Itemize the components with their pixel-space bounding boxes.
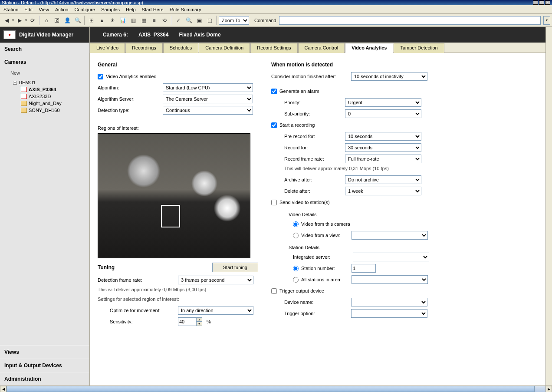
generate-alarm-checkbox[interactable] <box>271 89 277 94</box>
tab-recordings[interactable]: Recordings <box>125 43 163 53</box>
alert-icon[interactable]: ▲ <box>97 16 107 25</box>
menu-action[interactable]: Action <box>53 6 71 13</box>
video-preview[interactable] <box>98 133 250 258</box>
tuning-title: Tuning <box>98 264 115 270</box>
tab-video-analytics[interactable]: Video Analytics <box>345 43 393 53</box>
spin-down-button[interactable]: ▼ <box>196 322 202 326</box>
sidebar-search[interactable]: Search <box>0 43 89 56</box>
menu-view[interactable]: View <box>36 6 52 13</box>
trigger-output-checkbox[interactable] <box>271 288 277 294</box>
sensitivity-input[interactable] <box>178 317 196 326</box>
start-recording-label: Start a recording <box>279 122 315 128</box>
search-icon[interactable]: 🔍 <box>184 16 194 25</box>
tree-item-sony-dh160[interactable]: SONY_DH160 <box>16 107 89 114</box>
triggeropt-select[interactable] <box>351 309 427 318</box>
subpriority-select[interactable]: 0 <box>345 109 421 118</box>
scroll-track[interactable] <box>7 386 545 392</box>
from-camera-radio[interactable] <box>293 221 299 227</box>
priority-select[interactable]: Urgent <box>345 98 421 107</box>
devicename-select[interactable] <box>351 298 427 306</box>
light-icon[interactable]: ☀ <box>108 16 117 25</box>
send-video-checkbox[interactable] <box>271 200 277 205</box>
tree-item-axis-p3364[interactable]: AXIS_P3364 <box>16 86 89 93</box>
algorithm-server-select[interactable]: The Camera Server <box>163 95 253 103</box>
home-button[interactable]: ⌂ <box>42 16 51 25</box>
spin-up-button[interactable]: ▲ <box>196 317 202 322</box>
detection-type-select[interactable]: Continuous <box>163 106 253 115</box>
camera-number-label: Camera 6: <box>103 32 128 38</box>
check-icon[interactable]: ✓ <box>174 16 183 25</box>
menu-edit[interactable]: Edit <box>22 6 35 13</box>
allstations-select[interactable] <box>352 275 428 284</box>
horizontal-scrollbar[interactable]: ◀ ▶ <box>0 385 552 392</box>
finished-label: Consider motion finished after: <box>271 74 351 79</box>
close-button[interactable]: × <box>545 0 550 5</box>
minimize-button[interactable]: _ <box>533 0 538 5</box>
scroll-left-button[interactable]: ◀ <box>0 386 7 392</box>
stack-icon[interactable]: ≡ <box>149 16 159 25</box>
tab-camera-definition[interactable]: Camera Definition <box>199 43 250 53</box>
tree-item-night-and-day[interactable]: Night_and_Day <box>16 100 89 107</box>
recordrate-select[interactable]: Full frame-rate <box>345 155 421 163</box>
zoom-select[interactable]: Zoom To Fit <box>219 16 249 25</box>
back-button[interactable]: ◀ <box>2 16 11 25</box>
bars-icon[interactable]: ▥ <box>128 16 138 25</box>
allstations-radio[interactable] <box>293 277 299 283</box>
tab-tamper-detection[interactable]: Tamper Detection <box>394 43 444 53</box>
sidebar-views[interactable]: Views <box>0 345 89 359</box>
optimize-select[interactable]: In any direction <box>178 306 253 315</box>
user-icon[interactable]: 👤 <box>62 16 72 25</box>
tool-icon-1[interactable]: ⊞ <box>87 16 96 25</box>
start-tuning-button[interactable]: Start tuning <box>212 263 258 272</box>
sidebar-cameras[interactable]: Cameras <box>0 56 89 69</box>
tab-schedules[interactable]: Schedules <box>163 43 198 53</box>
key-icon[interactable]: ⚿ <box>52 16 62 25</box>
finished-select[interactable]: 10 seconds of inactivity <box>351 72 427 81</box>
from-view-select[interactable] <box>352 231 428 240</box>
sidebar-admin[interactable]: Administration <box>0 372 89 385</box>
roi-label: Regions of interest: <box>98 125 258 131</box>
recordfor-select[interactable]: 30 seconds <box>345 143 421 152</box>
refresh-button[interactable]: ⟳ <box>28 16 37 25</box>
calendar-icon[interactable]: ▦ <box>139 16 148 25</box>
stationnum-radio[interactable] <box>293 266 299 271</box>
tree-item-axis233d[interactable]: AXIS233D <box>16 93 89 100</box>
sync-icon[interactable]: ⟲ <box>160 16 169 25</box>
zoom-icon[interactable]: 🔍 <box>73 16 82 25</box>
from-view-radio[interactable] <box>293 233 299 238</box>
chart-icon[interactable]: 📊 <box>118 16 128 25</box>
command-input[interactable] <box>279 16 541 25</box>
tab-camera-control[interactable]: Camera Control <box>298 43 345 53</box>
screen-icon[interactable]: ▢ <box>205 16 214 25</box>
menu-help[interactable]: Help <box>123 6 138 13</box>
collapse-icon[interactable]: − <box>13 81 17 85</box>
scroll-thumb[interactable] <box>7 386 535 392</box>
tab-live-video[interactable]: Live Video <box>90 43 125 53</box>
menu-station[interactable]: Station <box>1 6 21 13</box>
window-icon[interactable]: ▣ <box>194 16 204 25</box>
archive-select[interactable]: Do not archive <box>345 175 421 184</box>
command-dropdown-button[interactable]: ▾ <box>543 16 550 25</box>
sensitivity-spinner[interactable]: ▲▼ <box>178 317 202 326</box>
vertical-scrollbar[interactable] <box>545 27 552 385</box>
tab-record-settings[interactable]: Record Settings <box>250 43 297 53</box>
tree-root[interactable]: − DEMO1 <box>9 79 89 86</box>
start-recording-checkbox[interactable] <box>271 122 277 128</box>
menu-rulesummary[interactable]: Rule Summary <box>167 6 204 13</box>
sidebar-new[interactable]: New <box>0 69 89 77</box>
sidebar-io[interactable]: Input & Output Devices <box>0 359 89 372</box>
menu-starthere[interactable]: Start Here <box>139 6 166 13</box>
roi-selection-box[interactable] <box>161 205 180 227</box>
algorithm-select[interactable]: Standard (Low CPU) <box>163 83 253 92</box>
menu-samples[interactable]: Samples <box>99 6 122 13</box>
scroll-right-button[interactable]: ▶ <box>545 386 552 392</box>
stationnum-input[interactable] <box>352 264 376 273</box>
analytics-enabled-checkbox[interactable] <box>98 74 103 79</box>
intserver-select[interactable] <box>353 253 429 261</box>
menu-configure[interactable]: Configure <box>72 6 98 13</box>
forward-button[interactable]: ▶ <box>15 16 24 25</box>
prerecord-select[interactable]: 10 seconds <box>345 132 421 141</box>
detection-framerate-select[interactable]: 3 frames per second <box>178 276 253 284</box>
restore-button[interactable]: □ <box>539 0 544 5</box>
delete-select[interactable]: 1 week <box>345 187 421 195</box>
